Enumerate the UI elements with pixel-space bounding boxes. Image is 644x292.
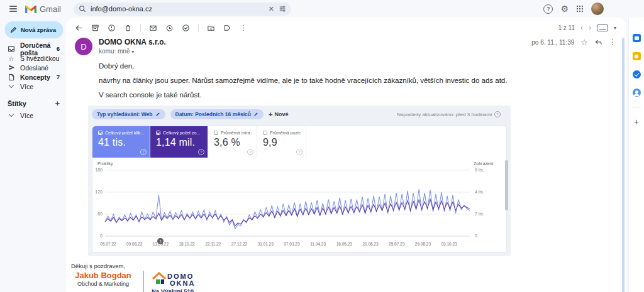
help-icon[interactable]: ?: [543, 4, 553, 14]
sidebar-item-drafts[interactable]: Koncepty 7: [0, 72, 66, 82]
metric-value: 3,6 %: [214, 137, 252, 148]
clear-search-icon[interactable]: ✕: [269, 5, 274, 13]
search-type-chip[interactable]: Typ vyhledávání: Web: [92, 109, 165, 119]
x-axis-label: 05.07.22: [96, 242, 121, 246]
search-options-icon[interactable]: [279, 5, 286, 13]
reading-pane-scrollbar[interactable]: [622, 38, 625, 292]
recipient-label: komu: mně: [99, 48, 130, 55]
metric-tile-impressions[interactable]: Celkový počet zo... 1,14 mil. ?: [150, 126, 208, 158]
snooze-icon[interactable]: [165, 24, 174, 32]
checkbox-checked-icon[interactable]: [98, 131, 103, 135]
sidebar-item-label: Odeslané: [20, 64, 48, 72]
compose-button[interactable]: Nová zpráva: [5, 21, 63, 38]
search-input[interactable]: info@domo-okna.cz: [91, 5, 264, 13]
apps-grid-icon[interactable]: [576, 5, 584, 13]
chip-label: Datum: Posledních 16 měsíců: [175, 111, 251, 117]
sidebar-item-inbox[interactable]: Doručená pošta 6: [0, 44, 66, 53]
calendar-icon[interactable]: [633, 34, 641, 42]
keep-icon[interactable]: [633, 52, 641, 60]
contacts-icon[interactable]: [633, 89, 641, 97]
x-axis-label: 03.10.23: [436, 242, 462, 246]
checkbox-unchecked-icon[interactable]: [263, 131, 267, 135]
date-range-chip[interactable]: Datum: Posledních 16 měsíců: [170, 109, 264, 119]
pagination-count: 1 z 11: [558, 24, 575, 31]
info-icon[interactable]: ?: [140, 149, 147, 155]
x-axis-label: 29.08.23: [410, 242, 435, 246]
edit-pencil-icon: [155, 112, 160, 117]
panel-divider: [632, 107, 641, 107]
gmail-app: Gmail info@domo-okna.cz ✕ ? ⚙: [0, 0, 644, 292]
mark-unread-icon[interactable]: [149, 24, 157, 32]
embedded-scrollbar[interactable]: [505, 160, 508, 210]
profile-avatar[interactable]: [591, 3, 604, 15]
labels-section-header: Štítky +: [0, 91, 66, 111]
tasks-icon[interactable]: [633, 70, 641, 78]
sender-avatar[interactable]: D: [75, 38, 92, 55]
toolbar-more-icon[interactable]: ⋮: [240, 23, 247, 32]
last-updated: Naposledy aktualizováno: před 3 hodinami…: [397, 111, 501, 117]
reply-icon[interactable]: [594, 38, 602, 46]
labels-more-label: Více: [20, 112, 33, 119]
inbox-count: 6: [57, 45, 60, 52]
signature-divider: [143, 271, 144, 292]
info-icon[interactable]: ?: [296, 149, 303, 155]
body-paragraph: Dobrý den,: [99, 62, 626, 70]
info-icon[interactable]: ?: [494, 111, 501, 117]
new-filter-button[interactable]: + Nové: [269, 111, 288, 118]
metric-tile-position[interactable]: Průměrná pozice 9,9 ?: [257, 126, 306, 158]
signature-role: Obchod & Marketing: [71, 281, 135, 287]
x-axis-label: 20.06.23: [358, 242, 383, 246]
edit-pencil-icon: [253, 112, 258, 117]
body-paragraph: návrhy na články jsou super. Nárůst samo…: [99, 77, 626, 84]
checkbox-checked-icon[interactable]: [156, 131, 160, 135]
left-sidebar: Nová zpráva Doručená pošta 6 ☆ S hvězdič…: [0, 18, 66, 120]
checkbox-unchecked-icon[interactable]: [214, 131, 218, 135]
sidebar-item-starred[interactable]: ☆ S hvězdičkou: [0, 53, 66, 63]
back-icon[interactable]: [75, 24, 83, 32]
email-toolbar: ⋮ 1 z 11 ‹ › ▾: [66, 18, 626, 35]
labels-more[interactable]: Více: [0, 111, 66, 120]
input-mode-icon[interactable]: [597, 24, 608, 31]
move-to-icon[interactable]: [207, 24, 215, 32]
x-axis-label: 27.12.22: [227, 242, 252, 246]
report-spam-icon[interactable]: [108, 24, 116, 32]
older-email-icon[interactable]: ›: [589, 23, 591, 32]
left-axis-title: Prokliky: [97, 161, 113, 166]
x-axis-label: 18.10.22: [174, 242, 199, 246]
recipient-caret-icon[interactable]: ▾: [131, 49, 134, 55]
info-icon[interactable]: ?: [247, 149, 253, 155]
metric-label: Celkový počet zo...: [163, 131, 200, 135]
sidebar-item-more[interactable]: Více: [0, 82, 66, 91]
compose-label: Nová zpráva: [21, 26, 56, 33]
input-mode-caret-icon[interactable]: ▾: [614, 25, 616, 31]
email-header-actions: po 6. 11., 11:39 ☆ ⋮: [531, 38, 616, 46]
search-icon[interactable]: [79, 5, 86, 13]
left-axis-tick: 180: [92, 168, 103, 172]
recipient-row[interactable]: komu: mně ▾: [99, 48, 166, 55]
metric-tile-ctr[interactable]: Průměrná míra pr... 3,6 % ?: [208, 126, 257, 158]
star-email-icon[interactable]: ☆: [580, 38, 588, 46]
add-to-tasks-icon[interactable]: [182, 24, 190, 32]
email-more-icon[interactable]: ⋮: [609, 38, 616, 46]
archive-icon[interactable]: [91, 24, 99, 32]
hamburger-menu-icon[interactable]: [5, 1, 21, 17]
chip-label: Typ vyhledávání: Web: [97, 111, 153, 117]
info-icon[interactable]: ?: [198, 149, 204, 155]
x-axis-label: 25.07.23: [384, 242, 409, 246]
get-addons-icon[interactable]: +: [634, 117, 639, 126]
add-label-icon[interactable]: +: [55, 99, 60, 108]
right-axis-tick: 2 tis.: [475, 212, 484, 216]
search-bar[interactable]: info@domo-okna.cz ✕: [74, 3, 291, 16]
sidebar-item-label: S hvězdičkou: [20, 55, 59, 62]
x-axis-label: 31.01.23: [253, 242, 278, 246]
metric-tile-clicks[interactable]: Celkový počet klik... 41 tis. ?: [92, 126, 150, 158]
toolbar-right: 1 z 11 ‹ › ▾: [558, 23, 616, 32]
sidebar-item-label: Koncepty: [20, 73, 50, 81]
newer-email-icon[interactable]: ‹: [580, 23, 583, 32]
labels-icon[interactable]: [223, 24, 231, 32]
email-body: Dobrý den, návrhy na články jsou super. …: [99, 62, 626, 99]
sidebar-item-sent[interactable]: Odeslané: [0, 63, 66, 72]
gsc-chart-card: Celkový počet klik... 41 tis. ? Celkový …: [92, 126, 507, 252]
settings-gear-icon[interactable]: ⚙: [560, 4, 569, 13]
delete-icon[interactable]: [124, 24, 132, 32]
